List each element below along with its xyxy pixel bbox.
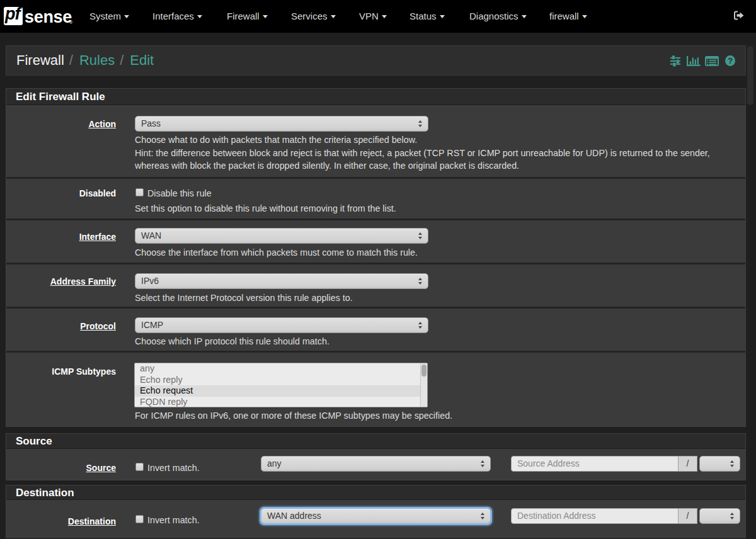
svg-text:?: ? (728, 56, 733, 65)
